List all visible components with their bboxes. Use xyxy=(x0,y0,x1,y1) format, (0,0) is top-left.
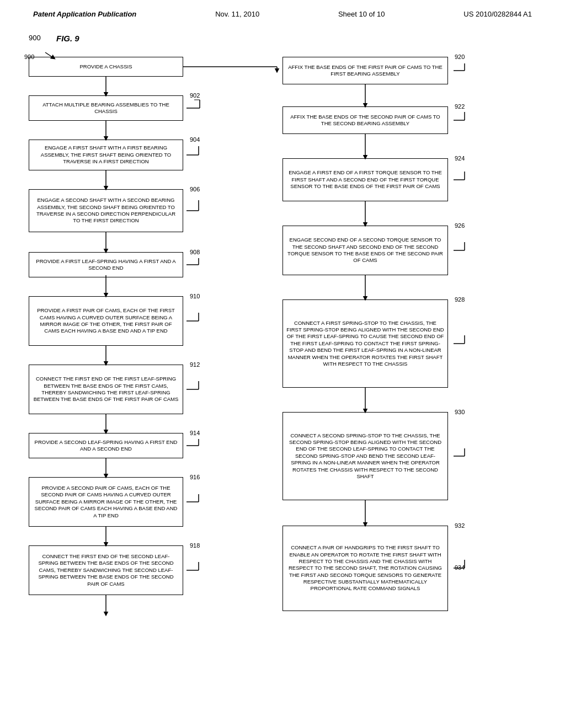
ref-912: 912 xyxy=(190,361,200,368)
date-info: Nov. 11, 2010 xyxy=(215,10,259,18)
box-904: ENGAGE A FIRST SHAFT WITH A FIRST BEARIN… xyxy=(29,140,183,170)
patent-number: US 2010/0282844 A1 xyxy=(463,10,532,18)
box-908: PROVIDE A FIRST LEAF-SPRING HAVING A FIR… xyxy=(29,252,183,277)
ref-918: 918 xyxy=(190,542,200,549)
sheet-info: Sheet 10 of 10 xyxy=(338,10,385,18)
box-932: CONNECT A PAIR OF HANDGRIPS TO THE FIRST… xyxy=(282,526,448,611)
ref-928: 928 xyxy=(455,296,465,303)
box-920: AFFIX THE BASE ENDS OF THE FIRST PAIR OF… xyxy=(282,57,448,84)
box-916: PROVIDE A SECOND PAIR OF CAMS, EACH OF T… xyxy=(29,477,183,527)
box-930: CONNECT A SECOND SPRING-STOP TO THE CHAS… xyxy=(282,412,448,500)
diagram-container: 900 FIG. 9 PROVIDE A CHASSIS ATTACH MULT… xyxy=(23,29,542,708)
box-906: ENGAGE A SECOND SHAFT WITH A SECOND BEAR… xyxy=(29,189,183,232)
box-918: CONNECT THE FIRST END OF THE SECOND LEAF… xyxy=(29,545,183,595)
pub-label: Patent Application Publication xyxy=(33,10,136,18)
ref-914: 914 xyxy=(190,430,200,436)
fig-number-label: 900 xyxy=(29,34,41,42)
box-924: ENGAGE A FIRST END OF A FIRST TORQUE SEN… xyxy=(282,158,448,201)
box-922: AFFIX THE BASE ENDS OF THE SECOND PAIR O… xyxy=(282,106,448,134)
ref-900: 900 xyxy=(24,53,34,60)
ref-926: 926 xyxy=(455,222,465,229)
ref-934: 934 xyxy=(455,564,465,571)
page-header: Patent Application Publication Nov. 11, … xyxy=(0,0,565,24)
ref-904: 904 xyxy=(190,136,200,143)
box-910: PROVIDE A FIRST PAIR OF CAMS, EACH OF TH… xyxy=(29,296,183,346)
ref-920: 920 xyxy=(455,53,465,60)
ref-916: 916 xyxy=(190,474,200,480)
box-902: ATTACH MULTIPLE BEARING ASSEMBLIES TO TH… xyxy=(29,95,183,121)
box-928: CONNECT A FIRST SPRING-STOP TO THE CHASS… xyxy=(282,299,448,388)
ref-932: 932 xyxy=(455,522,465,529)
box-926: ENGAGE SECOND END OF A SECOND TORQUE SEN… xyxy=(282,226,448,275)
ref-924: 924 xyxy=(455,155,465,162)
ref-906: 906 xyxy=(190,186,200,192)
ref-908: 908 xyxy=(190,249,200,255)
ref-922: 922 xyxy=(455,103,465,110)
ref-902: 902 xyxy=(190,92,200,99)
box-914: PROVIDE A SECOND LEAF-SPRING HAVING A FI… xyxy=(29,433,183,458)
ref-930: 930 xyxy=(455,409,465,415)
box-900: PROVIDE A CHASSIS xyxy=(29,57,183,77)
ref-910: 910 xyxy=(190,293,200,299)
box-912: CONNECT THE FIRST END OF THE FIRST LEAF-… xyxy=(29,365,183,414)
fig-title: FIG. 9 xyxy=(56,34,79,43)
